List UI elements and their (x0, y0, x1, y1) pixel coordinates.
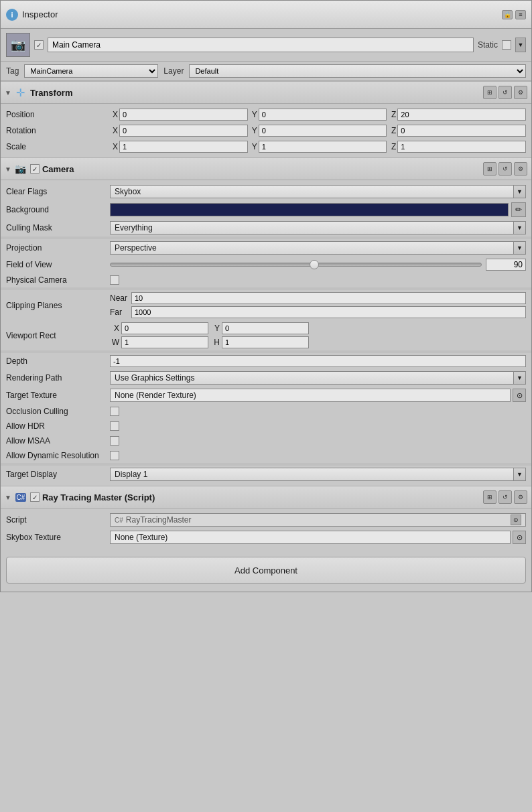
ray-tracing-revert-button[interactable]: ↺ (498, 490, 512, 504)
ray-tracing-menu-button[interactable]: ⚙ (514, 490, 527, 504)
position-z-input[interactable] (397, 109, 526, 121)
clipping-near-label: Near (110, 293, 129, 303)
allow-hdr-checkbox[interactable] (110, 421, 119, 431)
background-color-picker-button[interactable]: ✏ (511, 202, 526, 217)
menu-button[interactable]: ≡ (515, 10, 526, 19)
transform-actions: ⊞ ↺ ⚙ (483, 86, 527, 99)
rotation-x-label: X (110, 126, 118, 135)
projection-arrow[interactable]: ▼ (513, 242, 525, 254)
rotation-x-input[interactable] (119, 125, 248, 137)
add-component-button[interactable]: Add Component (6, 557, 526, 584)
transform-properties: Position X Y Z Rotation X Y (1, 104, 531, 157)
skybox-texture-button[interactable]: ⊙ (513, 531, 526, 544)
target-texture-button[interactable]: ⊙ (513, 389, 526, 402)
rotation-z-input[interactable] (397, 125, 526, 137)
layer-select[interactable]: Default (189, 64, 526, 78)
allow-dynamic-resolution-row: Allow Dynamic Resolution (1, 448, 531, 463)
viewport-w-label: W (110, 338, 119, 347)
script-target-button[interactable]: ⊙ (511, 515, 521, 525)
camera-active-checkbox[interactable] (30, 164, 40, 174)
skybox-texture-value: None (Texture) (115, 533, 168, 542)
inspector-icon: i (6, 9, 18, 21)
rotation-xyz-group: X Y Z (110, 125, 526, 137)
projection-dropdown[interactable]: Perspective ▼ (110, 241, 526, 255)
scale-y-label: Y (249, 142, 257, 151)
position-y-input[interactable] (259, 109, 387, 121)
target-display-arrow[interactable]: ▼ (513, 468, 525, 480)
scale-y-input[interactable] (259, 141, 387, 153)
clipping-near-input[interactable] (131, 292, 526, 304)
camera-menu-button[interactable]: ⚙ (514, 162, 527, 176)
projection-row: Projection Perspective ▼ (1, 239, 531, 257)
scale-x-input[interactable] (119, 141, 248, 153)
rotation-y-label: Y (249, 126, 257, 135)
depth-input[interactable] (110, 355, 526, 367)
allow-dynamic-resolution-label: Allow Dynamic Resolution (6, 451, 110, 460)
depth-row: Depth (1, 353, 531, 369)
position-x-input[interactable] (119, 109, 248, 121)
background-color-rect[interactable] (110, 203, 509, 216)
clear-flags-dropdown[interactable]: Skybox ▼ (110, 185, 526, 198)
scale-xyz-group: X Y Z (110, 141, 526, 153)
target-texture-container: None (Render Texture) ⊙ (110, 389, 526, 402)
target-display-dropdown[interactable]: Display 1 ▼ (110, 468, 526, 481)
clear-flags-arrow[interactable]: ▼ (513, 186, 525, 198)
transform-collapse-arrow[interactable]: ▼ (5, 89, 11, 96)
viewport-rect-group: X Y W H (110, 322, 526, 348)
viewport-y-input[interactable] (222, 322, 309, 334)
culling-mask-dropdown[interactable]: Everything ▼ (110, 221, 526, 234)
static-dropdown-button[interactable]: ▼ (515, 38, 526, 52)
physical-camera-checkbox[interactable] (110, 275, 119, 285)
position-value: X Y Z (110, 109, 526, 121)
rendering-path-dropdown[interactable]: Use Graphics Settings ▼ (110, 371, 526, 385)
script-label: Script (6, 515, 110, 525)
lock-button[interactable]: 🔒 (502, 10, 513, 19)
camera-section-icon: 📷 (14, 162, 27, 176)
static-checkbox[interactable] (502, 40, 511, 50)
object-header: 📷 Static ▼ (1, 29, 531, 62)
camera-properties: Clear Flags Skybox ▼ Background ✏ Cullin… (1, 180, 531, 486)
allow-msaa-checkbox[interactable] (110, 436, 119, 446)
transform-revert-button[interactable]: ↺ (498, 86, 512, 99)
camera-reference-button[interactable]: ⊞ (483, 162, 496, 176)
fov-value-input[interactable] (486, 259, 526, 271)
scale-z-input[interactable] (397, 141, 526, 153)
skybox-texture-container: None (Texture) ⊙ (110, 531, 526, 544)
occlusion-culling-label: Occlusion Culling (6, 407, 110, 416)
inspector-title: Inspector (22, 9, 58, 19)
tag-select[interactable]: MainCamera (24, 64, 158, 78)
camera-revert-button[interactable]: ↺ (498, 162, 512, 176)
viewport-h-input[interactable] (222, 336, 309, 348)
rendering-path-arrow[interactable]: ▼ (513, 372, 525, 384)
viewport-w-input[interactable] (121, 336, 208, 348)
viewport-x-input[interactable] (121, 322, 208, 334)
ray-tracing-properties: Script C# RayTracingMaster ⊙ Skybox Text… (1, 509, 531, 549)
ray-tracing-reference-button[interactable]: ⊞ (483, 490, 496, 504)
static-label: Static (478, 40, 498, 50)
allow-msaa-label: Allow MSAA (6, 436, 110, 446)
viewport-h-label: H (210, 338, 220, 347)
object-name-input[interactable] (48, 38, 474, 52)
ray-tracing-active-checkbox[interactable] (30, 492, 40, 502)
allow-dynamic-resolution-checkbox[interactable] (110, 451, 119, 460)
position-row: Position X Y Z (1, 107, 531, 123)
rotation-y-input[interactable] (259, 125, 387, 137)
fov-slider-thumb[interactable] (310, 260, 319, 269)
ray-tracing-collapse-arrow[interactable]: ▼ (5, 494, 11, 501)
camera-collapse-arrow[interactable]: ▼ (5, 165, 11, 173)
transform-reference-button[interactable]: ⊞ (483, 86, 496, 99)
fov-slider-track[interactable] (110, 263, 482, 267)
clipping-far-input[interactable] (131, 306, 526, 318)
scale-label: Scale (6, 142, 110, 151)
object-active-checkbox[interactable] (34, 40, 44, 50)
clipping-far-label: Far (110, 308, 129, 317)
culling-mask-row: Culling Mask Everything ▼ (1, 219, 531, 236)
background-label: Background (6, 205, 110, 214)
culling-mask-arrow[interactable]: ▼ (513, 222, 525, 234)
target-texture-label: Target Texture (6, 391, 110, 400)
script-value: RayTracingMaster (126, 515, 192, 525)
transform-menu-button[interactable]: ⚙ (514, 86, 527, 99)
occlusion-culling-checkbox[interactable] (110, 407, 119, 416)
ray-tracing-actions: ⊞ ↺ ⚙ (483, 490, 527, 504)
camera-title: Camera (42, 164, 483, 174)
